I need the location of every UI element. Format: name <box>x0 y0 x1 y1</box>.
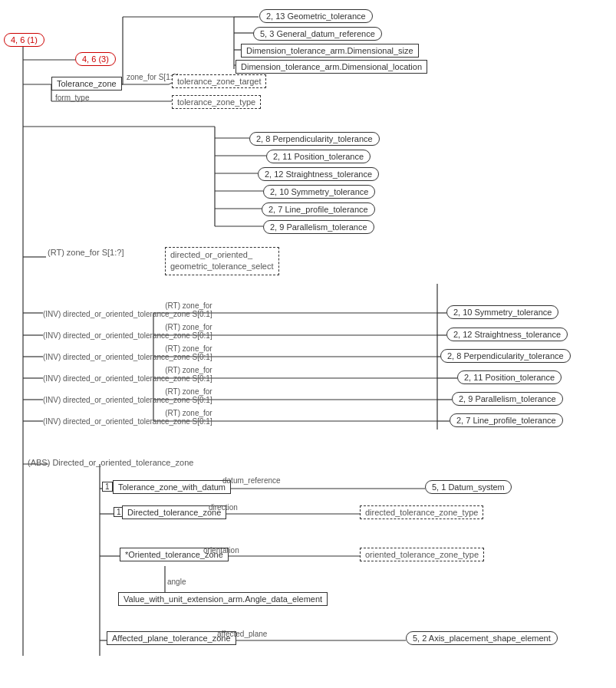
tolerance-zone-node: Tolerance_zone <box>51 77 122 91</box>
sym-tol2-node: 2, 10 Symmetry_tolerance <box>446 305 558 319</box>
tolerance-zone-target-node: tolerance_zone_target <box>172 74 266 88</box>
value-unit-node: Value_with_unit_extension_arm.Angle_data… <box>118 592 328 606</box>
line-tol2-node: 2, 7 Line_profile_tolerance <box>450 413 563 427</box>
rt-zone-line-label: (RT) zone_for (INV) directed_or_oriented… <box>43 409 212 426</box>
orientation-label: orientation <box>203 546 239 555</box>
affected-plane-label: affected_plane <box>217 630 267 638</box>
perp-tol2-node: 2, 8 Perpendicularity_tolerance <box>440 349 571 363</box>
parallelism-node: 2, 9 Parallelism_tolerance <box>263 220 374 234</box>
directed-select-node: directed_or_oriented_geometric_tolerance… <box>165 247 279 275</box>
datum-system-node: 5, 1 Datum_system <box>425 480 512 494</box>
zone-for-label: zone_for S[1:?] <box>127 73 179 81</box>
geometric-tolerance-node: 2, 13 Geometric_tolerance <box>259 9 373 23</box>
str-tol2-node: 2, 12 Straightness_tolerance <box>446 328 568 341</box>
general-datum-node: 5, 3 General_datum_reference <box>253 27 382 41</box>
rt-zone-pos-label: (RT) zone_for (INV) directed_or_oriented… <box>43 366 212 383</box>
tolerance-zone-type-node: tolerance_zone_type <box>172 95 261 109</box>
pos-tol2-node: 2, 11 Position_tolerance <box>457 370 562 384</box>
perpendicularity-node: 2, 8 Perpendicularity_tolerance <box>249 132 380 146</box>
rt-zone-sym-label: (RT) zone_for (INV) directed_or_oriented… <box>43 301 212 318</box>
position-tolerance-node: 2, 11 Position_tolerance <box>266 150 371 163</box>
dim-tolerance-loc-node: Dimension_tolerance_arm.Dimensional_loca… <box>236 60 427 74</box>
angle-label: angle <box>167 578 186 586</box>
directed-tol-zone-type-node: directed_tolerance_zone_type <box>360 505 483 519</box>
para-tol2-node: 2, 9 Parallelism_tolerance <box>452 392 563 406</box>
rt-zone-para-label: (RT) zone_for (INV) directed_or_oriented… <box>43 387 212 404</box>
datum-reference-label: datum_reference <box>222 476 281 485</box>
diagram-container: 4, 6 (1) 4, 6 (3) 2, 13 Geometric_tolera… <box>0 0 616 688</box>
symmetry-node: 2, 10 Symmetry_tolerance <box>263 185 375 199</box>
badge-46-3: 4, 6 (3) <box>75 52 116 66</box>
straightness-node: 2, 12 Straightness_tolerance <box>258 167 379 181</box>
rt-zone-for-label: (RT) zone_for S[1:?] <box>48 248 124 257</box>
badge-46-1: 4, 6 (1) <box>4 33 44 47</box>
axis-placement-node: 5, 2 Axis_placement_shape_element <box>406 631 558 645</box>
abs-directed-node: (ABS) Directed_or_oriented_tolerance_zon… <box>28 458 193 467</box>
dim-tolerance-size-node: Dimension_tolerance_arm.Dimensional_size <box>241 44 419 58</box>
form-type-label: form_type <box>55 94 89 102</box>
direction-label: direction <box>209 503 238 512</box>
rt-zone-str-label: (RT) zone_for (INV) directed_or_oriented… <box>43 323 212 340</box>
rt-zone-perp-label: (RT) zone_for (INV) directed_or_oriented… <box>43 344 212 361</box>
oriented-tol-zone-type-node: oriented_tolerance_zone_type <box>360 548 484 561</box>
tolerance-zone-datum-node: Tolerance_zone_with_datum <box>113 480 231 494</box>
line-profile-node: 2, 7 Line_profile_tolerance <box>262 202 375 216</box>
badge-1a: 1 <box>102 482 113 491</box>
